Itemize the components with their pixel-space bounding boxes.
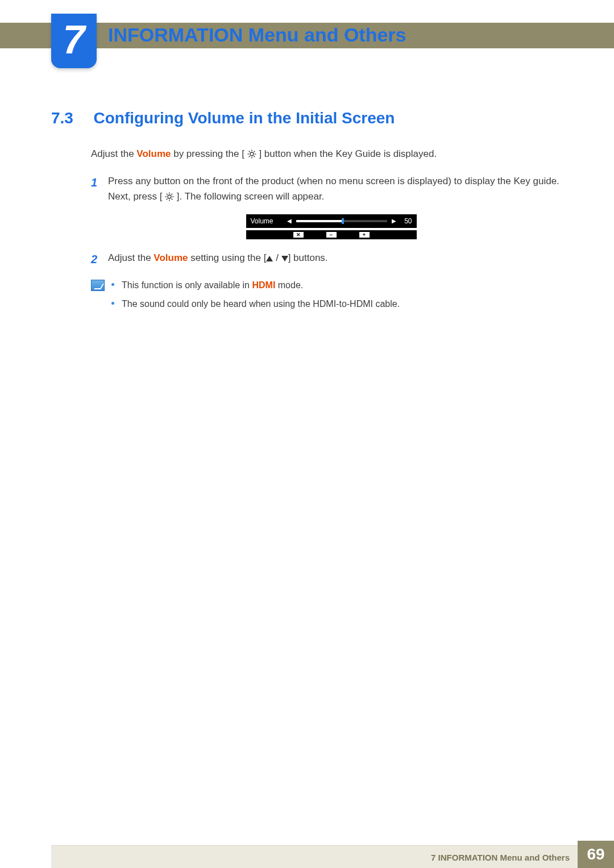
intro-text-mid: by pressing the [ <box>171 148 247 159</box>
note-1-post: mode. <box>275 280 303 290</box>
footer-chapter-text: 7 INFORMATION Menu and Others <box>431 853 570 862</box>
intro-text-pre: Adjust the <box>91 148 136 159</box>
section-title: Configuring Volume in the Initial Screen <box>93 109 395 127</box>
step-1-number: 1 <box>91 174 108 204</box>
osd-close-icon: ✕ <box>293 232 304 238</box>
volume-keyword: Volume <box>136 148 171 159</box>
osd-slider-fill <box>296 220 342 222</box>
chapter-title: INFORMATION Menu and Others <box>108 24 406 46</box>
page-number: 69 <box>578 841 614 868</box>
svg-point-0 <box>250 152 254 156</box>
osd-slider-thumb <box>342 218 344 224</box>
note-item-2: The sound could only be heard when using… <box>111 297 571 312</box>
osd-volume-value: 50 <box>399 216 412 227</box>
osd-button-row: ✕ − + <box>246 230 417 239</box>
osd-volume-label: Volume <box>251 216 285 227</box>
svg-point-9 <box>168 195 171 198</box>
brightness-icon <box>165 192 174 201</box>
svg-line-14 <box>167 193 168 194</box>
step-2-text: Adjust the Volume setting using the [ / … <box>108 251 571 268</box>
note-block: This function is only available in HDMI … <box>91 279 571 316</box>
note-item-1: This function is only available in HDMI … <box>111 279 571 293</box>
note-1-pre: This function is only available in <box>122 280 252 290</box>
step-2: 2 Adjust the Volume setting using the [ … <box>91 251 571 268</box>
volume-keyword: Volume <box>154 252 188 263</box>
up-triangle-icon <box>266 256 273 261</box>
osd-volume-panel: Volume ◀ ▶ 50 ✕ − + <box>246 214 417 239</box>
step-1: 1 Press any button on the front of the p… <box>91 174 571 204</box>
osd-minus-icon: − <box>326 232 337 238</box>
svg-line-7 <box>248 156 250 157</box>
section-number: 7.3 <box>51 109 91 127</box>
brightness-icon <box>247 149 256 159</box>
step-2-post: ] buttons. <box>288 252 328 263</box>
osd-slider-track <box>296 220 387 222</box>
svg-line-16 <box>167 198 168 200</box>
chapter-number-badge: 7 <box>51 14 97 68</box>
footer: 7 INFORMATION Menu and Others 69 <box>0 840 614 868</box>
section-heading: 7.3 Configuring Volume in the Initial Sc… <box>51 109 571 127</box>
step-1-text: Press any button on the front of the pro… <box>108 174 571 204</box>
content-area: Adjust the Volume by pressing the [ ] bu… <box>91 147 571 316</box>
svg-line-6 <box>254 156 255 157</box>
svg-line-15 <box>172 198 173 200</box>
svg-line-8 <box>254 151 255 152</box>
note-icon <box>91 280 105 291</box>
osd-slider-row: Volume ◀ ▶ 50 <box>246 214 417 228</box>
down-triangle-icon <box>281 256 288 261</box>
osd-right-arrow-icon: ▶ <box>389 217 399 226</box>
hdmi-keyword: HDMI <box>252 280 275 290</box>
step-2-mid: setting using the [ <box>188 252 266 263</box>
step-1-post: ]. The following screen will appear. <box>174 191 324 202</box>
intro-text-post: ] button when the Key Guide is displayed… <box>256 148 437 159</box>
step-2-sep: / <box>273 252 281 263</box>
svg-line-5 <box>248 151 250 152</box>
step-2-pre: Adjust the <box>108 252 154 263</box>
step-2-number: 2 <box>91 251 108 268</box>
osd-left-arrow-icon: ◀ <box>285 217 294 226</box>
note-list: This function is only available in HDMI … <box>111 279 571 316</box>
intro-paragraph: Adjust the Volume by pressing the [ ] bu… <box>91 147 571 161</box>
osd-plus-icon: + <box>359 232 370 238</box>
svg-line-17 <box>172 193 173 194</box>
